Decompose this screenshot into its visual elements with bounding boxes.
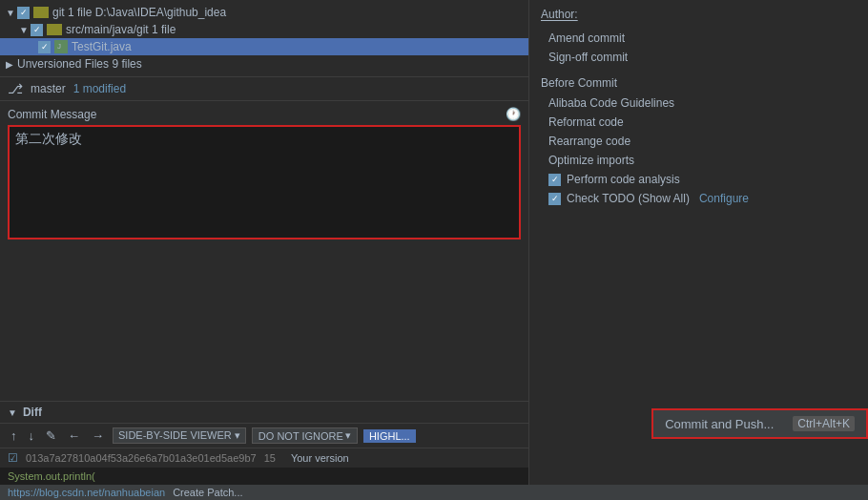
tree-root-item[interactable]: ▼ git 1 file D:\Java\IDEA\github_idea <box>0 4 528 21</box>
your-version: Your version <box>291 452 349 464</box>
author-label: Author: <box>541 8 578 21</box>
forward-button[interactable]: → <box>89 427 107 444</box>
edit-button[interactable]: ✎ <box>43 427 59 444</box>
line-number: 15 <box>264 452 276 464</box>
file-label: TestGit.java <box>72 40 132 53</box>
file-tree: ▼ git 1 file D:\Java\IDEA\github_idea ▼ … <box>0 0 528 76</box>
main-container: ▼ git 1 file D:\Java\IDEA\github_idea ▼ … <box>0 0 868 485</box>
rearrange-option[interactable]: Rearrange code <box>541 132 857 151</box>
create-patch[interactable]: Create Patch... <box>173 487 242 498</box>
configure-link[interactable]: Configure <box>699 192 749 205</box>
src-checkbox[interactable] <box>31 24 43 36</box>
code-preview: System.out.println( <box>0 468 528 485</box>
highlight-button[interactable]: HIGHL... <box>363 429 416 443</box>
diff-content: ☑ 013a7a27810a04f53a26e6a7b01a3e01ed5ae9… <box>0 448 528 468</box>
commit-message-area: Commit Message 🕐 第二次修改 <box>0 101 528 401</box>
branch-icon: ⎇ <box>8 81 23 96</box>
branch-name: master <box>31 82 66 95</box>
alibaba-option[interactable]: Alibaba Code Guidelines <box>541 94 857 113</box>
signoff-commit-option[interactable]: Sign-off commit <box>541 48 857 67</box>
check-todo-label: Check TODO (Show All) <box>567 192 690 205</box>
back-button[interactable]: ← <box>65 427 83 444</box>
do-not-ignore-dropdown-icon: ▾ <box>345 429 351 442</box>
unversioned-label: Unversioned Files 9 files <box>17 57 142 71</box>
file-tree-item[interactable]: TestGit.java <box>0 38 528 55</box>
perform-label: Perform code analysis <box>567 173 680 186</box>
diff-panel: ▼ Diff ↑ ↓ ✎ ← → SIDE-BY-SIDE VIEWER ▾ D… <box>0 401 528 485</box>
commit-push-shortcut: Ctrl+Alt+K <box>793 416 855 431</box>
do-not-ignore-label: DO NOT IGNORE <box>258 430 343 442</box>
branch-bar: ⎇ master 1 modified <box>0 76 528 101</box>
status-url[interactable]: https://blog.csdn.net/nanhuabeian <box>8 487 165 498</box>
checkbox-diff: ☑ <box>8 451 18 465</box>
optimize-label: Optimize imports <box>548 154 634 167</box>
scroll-up-button[interactable]: ↑ <box>8 427 20 444</box>
root-checkbox[interactable] <box>17 7 30 19</box>
alibaba-label: Alibaba Code Guidelines <box>548 96 674 110</box>
src-tree-item[interactable]: ▼ src/main/java/git 1 file <box>0 21 528 38</box>
src-folder-icon <box>47 24 62 35</box>
author-section: Author: <box>541 8 857 21</box>
modified-badge: 1 modified <box>73 82 126 95</box>
commit-message-input[interactable]: 第二次修改 <box>8 125 521 240</box>
do-not-ignore-button[interactable]: DO NOT IGNORE ▾ <box>252 427 358 444</box>
file-checkbox[interactable] <box>38 41 51 53</box>
java-file-icon <box>54 40 68 53</box>
amend-commit-label: Amend commit <box>548 31 625 45</box>
expand-icon: ▼ <box>6 8 15 18</box>
perform-checkbox[interactable] <box>548 174 561 186</box>
diff-header: ▼ Diff <box>0 402 528 424</box>
side-by-side-button[interactable]: SIDE-BY-SIDE VIEWER ▾ <box>113 427 246 444</box>
diff-toolbar: ↑ ↓ ✎ ← → SIDE-BY-SIDE VIEWER ▾ DO NOT I… <box>0 424 528 448</box>
commit-message-label-row: Commit Message 🕐 <box>8 107 521 121</box>
status-bar: https://blog.csdn.net/nanhuabeian Create… <box>0 485 868 500</box>
root-label: git 1 file D:\Java\IDEA\github_idea <box>52 6 226 19</box>
before-commit-label: Before Commit <box>541 76 857 90</box>
amend-commit-option[interactable]: Amend commit <box>541 29 857 48</box>
commit-push-label: Commit and Push... <box>665 417 774 431</box>
left-panel: ▼ git 1 file D:\Java\IDEA\github_idea ▼ … <box>0 0 529 485</box>
scroll-down-button[interactable]: ↓ <box>26 427 38 444</box>
src-expand-icon: ▼ <box>19 25 29 35</box>
right-panel: Author: Amend commit Sign-off commit Bef… <box>529 0 868 485</box>
reformat-option[interactable]: Reformat code <box>541 113 857 132</box>
commit-push-popup: Commit and Push... Ctrl+Alt+K <box>651 408 868 439</box>
root-folder-icon <box>33 7 49 18</box>
signoff-commit-label: Sign-off commit <box>548 51 628 64</box>
check-todo-checkbox[interactable] <box>548 193 561 205</box>
diff-expand-icon: ▼ <box>8 407 17 418</box>
src-label: src/main/java/git 1 file <box>66 23 176 36</box>
commit-hash: 013a7a27810a04f53a26e6a7b01a3e01ed5ae9b7 <box>26 452 257 464</box>
code-line: System.out.println( <box>8 470 95 482</box>
clock-icon: 🕐 <box>506 107 521 121</box>
diff-label: Diff <box>23 406 42 419</box>
rearrange-label: Rearrange code <box>548 135 630 148</box>
check-todo-option[interactable]: Check TODO (Show All) Configure <box>541 189 857 208</box>
unversioned-expand-icon: ▶ <box>6 59 15 70</box>
unversioned-item[interactable]: ▶ Unversioned Files 9 files <box>0 55 528 73</box>
optimize-option[interactable]: Optimize imports <box>541 151 857 170</box>
commit-message-label: Commit Message <box>8 108 96 121</box>
reformat-label: Reformat code <box>548 115 624 129</box>
perform-analysis-option[interactable]: Perform code analysis <box>541 170 857 189</box>
